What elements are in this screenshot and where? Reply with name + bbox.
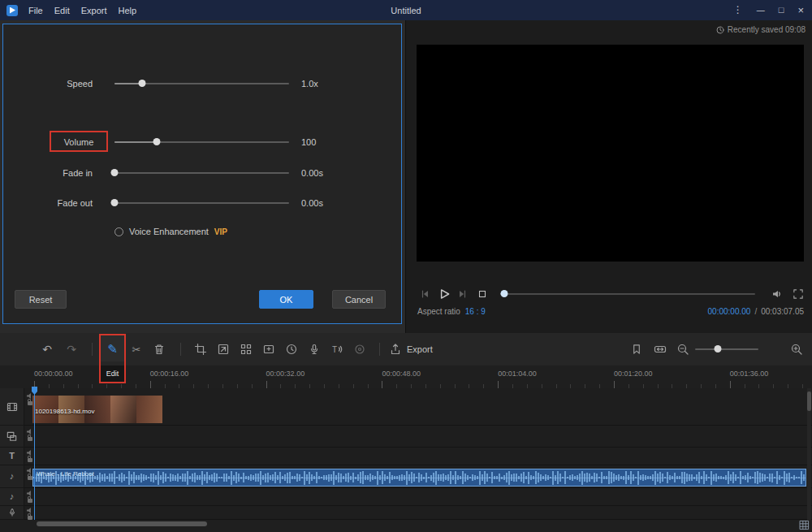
horizontal-scrollbar[interactable] bbox=[37, 521, 207, 526]
freeze-frame-button[interactable] bbox=[262, 343, 275, 356]
play-icon bbox=[437, 287, 451, 301]
menubar: File Edit Export Help bbox=[28, 6, 136, 15]
toolbar-separator bbox=[92, 343, 93, 356]
voiceover-track[interactable] bbox=[24, 506, 812, 520]
speed-slider-thumb[interactable] bbox=[139, 80, 146, 87]
volume-slider-thumb[interactable] bbox=[153, 138, 160, 145]
fade-out-slider[interactable] bbox=[114, 202, 289, 204]
seek-thumb[interactable] bbox=[500, 290, 508, 297]
redo-button[interactable]: ↷ bbox=[67, 342, 76, 357]
voiceover-track-header[interactable] bbox=[0, 506, 24, 520]
timeline-zoom-slider[interactable] bbox=[695, 348, 758, 350]
marker-button[interactable] bbox=[631, 344, 643, 356]
more-options-icon[interactable]: ⋮ bbox=[733, 0, 743, 20]
zoom-in-button[interactable] bbox=[790, 343, 803, 356]
track-lock-icon[interactable] bbox=[28, 458, 32, 462]
ok-button[interactable]: OK bbox=[259, 290, 313, 309]
overlay-track-header[interactable] bbox=[0, 426, 24, 448]
stop-button[interactable] bbox=[477, 288, 488, 300]
previous-frame-button[interactable] bbox=[418, 288, 431, 301]
transform-button[interactable] bbox=[217, 343, 230, 356]
speed-slider-row: Speed 1.0x bbox=[3, 75, 401, 93]
next-frame-button[interactable] bbox=[456, 288, 469, 301]
text-to-speech-button[interactable]: T bbox=[330, 343, 343, 356]
split-button[interactable]: ✂ bbox=[132, 342, 141, 357]
music-track-2-header[interactable]: ♪ bbox=[0, 488, 24, 506]
close-icon[interactable]: × bbox=[797, 0, 804, 20]
track-mute-icon[interactable] bbox=[27, 491, 32, 496]
track-lock-icon[interactable] bbox=[28, 516, 32, 520]
zoom-slider-thumb[interactable] bbox=[715, 345, 722, 353]
delete-button[interactable] bbox=[153, 343, 166, 356]
timeline-ruler[interactable]: 00:00:00.0000:00:16.0000:00:32.0000:00:4… bbox=[24, 365, 812, 389]
duration-button[interactable] bbox=[285, 343, 298, 356]
mosaic-button[interactable] bbox=[240, 343, 253, 356]
ruler-label: 00:01:36.00 bbox=[730, 370, 769, 378]
track-mute-icon[interactable] bbox=[27, 393, 32, 399]
speed-slider[interactable] bbox=[114, 83, 289, 84]
zoom-in-icon bbox=[790, 343, 803, 356]
track-mute-icon[interactable] bbox=[27, 429, 32, 435]
video-clip[interactable]: 1020198613-hd.mov bbox=[32, 396, 162, 423]
play-button[interactable] bbox=[437, 287, 451, 301]
overlay-track-icon bbox=[6, 430, 18, 443]
video-track-header[interactable] bbox=[0, 388, 24, 426]
menu-file[interactable]: File bbox=[28, 6, 43, 15]
vertical-scrollbar-thumb[interactable] bbox=[807, 391, 811, 411]
track-mute-icon[interactable] bbox=[27, 468, 32, 474]
playhead[interactable] bbox=[34, 387, 35, 520]
menu-help[interactable]: Help bbox=[119, 6, 137, 15]
marker-icon bbox=[631, 344, 643, 356]
volume-button[interactable] bbox=[771, 288, 784, 301]
edit-button[interactable]: ✎ bbox=[101, 335, 124, 361]
track-lock-icon[interactable] bbox=[28, 437, 32, 441]
minimize-icon[interactable]: — bbox=[757, 0, 765, 20]
voice-enhancement-radio[interactable] bbox=[114, 227, 123, 236]
fade-in-slider[interactable] bbox=[114, 172, 289, 174]
text-track-header[interactable]: T bbox=[0, 448, 24, 465]
music-track-2[interactable] bbox=[24, 488, 812, 506]
fit-width-icon bbox=[654, 343, 667, 356]
volume-label-highlighted: Volume bbox=[50, 131, 108, 152]
mic-track-icon bbox=[7, 508, 17, 517]
fade-in-value: 0.00s bbox=[301, 164, 323, 182]
clock-icon bbox=[716, 26, 724, 34]
video-preview[interactable] bbox=[417, 45, 804, 262]
track-manager-icon[interactable] bbox=[799, 520, 810, 530]
music-track-1-header[interactable]: ♪ bbox=[0, 465, 24, 488]
fade-out-slider-thumb[interactable] bbox=[111, 199, 119, 206]
fade-in-slider-thumb[interactable] bbox=[111, 169, 119, 176]
voice-enhancement-row: Voice Enhancement VIP bbox=[114, 225, 227, 238]
cancel-button[interactable]: Cancel bbox=[332, 290, 386, 309]
voiceover-button[interactable] bbox=[308, 343, 321, 356]
track-lock-icon[interactable] bbox=[28, 401, 32, 405]
track-lock-icon[interactable] bbox=[28, 499, 32, 503]
undo-button[interactable]: ↶ bbox=[42, 342, 52, 357]
export-button[interactable]: Export bbox=[389, 333, 433, 365]
aspect-ratio-value[interactable]: 16 : 9 bbox=[465, 307, 486, 316]
fullscreen-icon bbox=[793, 288, 805, 301]
menu-export[interactable]: Export bbox=[81, 6, 107, 15]
toolbar-separator bbox=[180, 343, 181, 356]
overlay-track[interactable] bbox=[24, 426, 812, 448]
text-track[interactable] bbox=[24, 448, 812, 465]
audio-clip[interactable]: Whale - Life Reboot bbox=[32, 469, 806, 487]
menu-edit[interactable]: Edit bbox=[54, 6, 70, 15]
undo-icon: ↶ bbox=[42, 343, 52, 356]
volume-slider[interactable] bbox=[114, 141, 289, 143]
music-note-icon: ♪ bbox=[10, 472, 15, 481]
zoom-out-button[interactable] bbox=[676, 343, 689, 356]
crop-button[interactable] bbox=[194, 343, 207, 356]
track-mute-icon[interactable] bbox=[27, 450, 32, 456]
reset-button[interactable]: Reset bbox=[15, 290, 67, 309]
effect-button[interactable] bbox=[353, 343, 366, 356]
track-mute-icon[interactable] bbox=[27, 508, 32, 513]
seek-bar[interactable] bbox=[500, 293, 755, 295]
maximize-icon[interactable]: □ bbox=[779, 0, 784, 20]
trash-icon bbox=[153, 343, 166, 356]
ruler-label: 00:00:00.00 bbox=[34, 370, 73, 378]
vertical-scrollbar[interactable] bbox=[807, 388, 811, 520]
fit-timeline-button[interactable] bbox=[654, 343, 667, 356]
track-lock-icon[interactable] bbox=[28, 476, 32, 480]
fullscreen-button[interactable] bbox=[793, 288, 805, 301]
